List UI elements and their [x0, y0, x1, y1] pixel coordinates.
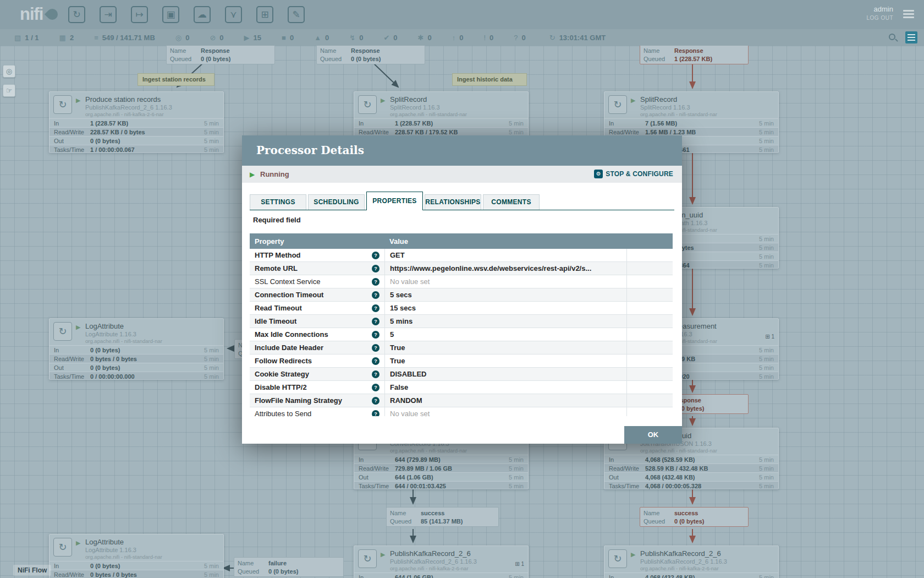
stat-value: 528.59 KB / 432.48 KB	[645, 465, 752, 472]
table-row: Read Timeout?15 secs	[250, 302, 673, 315]
flow-label[interactable]: Ingest historic data	[452, 73, 527, 86]
help-icon[interactable]: ?	[372, 278, 380, 286]
help-icon[interactable]: ?	[372, 252, 380, 259]
connection-name-key: Name	[390, 510, 421, 516]
processor[interactable]: ↻▶PublishKafkaRecord_2_6PublishKafkaReco…	[604, 546, 779, 578]
stat-label: Tasks/Time	[354, 483, 395, 489]
label-icon[interactable]: ✎	[288, 6, 305, 23]
status-item: ?0	[514, 34, 525, 42]
help-icon[interactable]: ?	[372, 318, 380, 325]
ok-button[interactable]: OK	[624, 426, 682, 444]
property-name: SSL Context Service?	[250, 275, 384, 288]
stat-window: 5 min	[752, 120, 778, 127]
property-name: Include Date Header?	[250, 341, 384, 355]
processor[interactable]: ↻▶Produce station recordsPublishKafkaRec…	[49, 91, 224, 153]
processor-name: LogAttribute	[85, 538, 124, 546]
tab-comments[interactable]: COMMENTS	[483, 194, 540, 210]
stat-value: 0 bytes / 0 bytes	[90, 356, 197, 362]
tab-scheduling[interactable]: SCHEDULING	[308, 194, 365, 210]
stat-window: 5 min	[197, 563, 223, 569]
flow-label[interactable]: Ingest station records	[138, 73, 215, 86]
processor-header: ↻▶PublishKafkaRecord_2_6PublishKafkaReco…	[604, 546, 778, 572]
stop-and-configure-button[interactable]: ⚙ STOP & CONFIGURE	[594, 170, 673, 178]
tab-properties[interactable]: PROPERTIES	[366, 192, 423, 210]
run-status-label: Running	[260, 170, 289, 178]
table-row: Include Date Header?True	[250, 341, 673, 355]
property-name: Remote URL?	[250, 262, 384, 275]
help-icon[interactable]: ?	[372, 384, 380, 391]
logout-link[interactable]: LOG OUT	[866, 15, 893, 21]
hand-icon[interactable]: ☞	[3, 84, 15, 97]
in-stat: In7 (1.56 MB)5 min	[604, 118, 778, 127]
help-icon[interactable]: ?	[372, 304, 380, 312]
stat-window: 5 min	[752, 574, 778, 578]
table-row: SSL Context Service?No value set	[250, 275, 673, 288]
process-group-icon[interactable]: ▣	[162, 6, 179, 23]
connection-name-key: Name	[644, 510, 674, 516]
stat-value: 644 / 00:01:03.425	[395, 483, 502, 489]
stat-value: 0 (0 bytes)	[90, 364, 197, 371]
help-icon[interactable]: ?	[372, 331, 380, 339]
stat-window: 5 min	[197, 571, 223, 578]
processor-details-dialog: Processor Details ▶ Running ⚙ STOP & CON…	[242, 135, 682, 444]
connection-label[interactable]: NamesuccessQueued85 (141.37 MB)	[386, 507, 499, 527]
processor-stats: In0 (0 bytes)5 minRead/Write0 bytes / 0 …	[50, 345, 223, 380]
connection-line[interactable]	[372, 62, 398, 87]
processor[interactable]: ↻▶LogAttributeLogAttribute 1.16.3org.apa…	[49, 318, 224, 380]
connection-label[interactable]: NameResponseQueued1 (228.57 KB)	[640, 45, 749, 64]
help-icon[interactable]: ?	[372, 291, 380, 299]
help-icon[interactable]: ?	[372, 410, 380, 416]
global-menu-icon[interactable]	[903, 10, 914, 20]
transmitting-count: 0	[185, 34, 189, 42]
property-name: Attributes to Send?	[250, 407, 384, 416]
property-extra-cell	[626, 288, 673, 302]
breadcrumb[interactable]: NiFi Flow	[13, 565, 51, 576]
user-box: admin LOG OUT	[866, 5, 893, 21]
tab-settings[interactable]: SETTINGS	[250, 194, 306, 210]
run-status-icon: ▶	[631, 97, 635, 104]
connection-name-key: Name	[238, 560, 268, 566]
remote-process-group-icon[interactable]: ☁	[194, 6, 211, 23]
template-icon[interactable]: ⊞	[256, 6, 273, 23]
stopped-count: 0	[290, 34, 294, 42]
processor[interactable]: ↻▶LogAttributeLogAttribute 1.16.3org.apa…	[49, 534, 224, 578]
connection-name-value: Response	[351, 47, 421, 54]
help-icon[interactable]: ?	[372, 265, 380, 272]
help-icon[interactable]: ?	[372, 370, 380, 378]
connection-label[interactable]: NamesuccessQueued0 (0 bytes)	[640, 507, 749, 527]
connection-queued-row: Queued0 (0 bytes)	[167, 54, 274, 63]
processor-icon: ↻	[608, 549, 627, 568]
tab-relationships[interactable]: RELATIONSHIPS	[425, 194, 481, 210]
connection-label[interactable]: NameResponseQueued0 (0 bytes)	[316, 45, 425, 64]
connection-label[interactable]: NamefailureQueued0 (0 bytes)	[234, 557, 344, 577]
processor[interactable]: ↻▶PublishKafkaRecord_2_6PublishKafkaReco…	[354, 546, 529, 578]
property-name: Connection Timeout?	[250, 288, 384, 302]
connection-name-key: Name	[170, 47, 201, 54]
hamburger-menu-button[interactable]	[905, 31, 917, 43]
run-status-icon: ▶	[631, 551, 635, 558]
input-port-icon[interactable]: ⇥	[100, 6, 117, 23]
help-icon[interactable]: ?	[372, 357, 380, 365]
processor-icon[interactable]: ↻	[68, 6, 85, 23]
status-item: ✔0	[383, 34, 397, 42]
help-icon[interactable]: ?	[372, 397, 380, 405]
in-stat: In4,068 (528.59 KB)5 min	[604, 455, 778, 464]
search-icon[interactable]	[889, 34, 895, 40]
stat-label: In	[604, 456, 645, 463]
stat-label: In	[354, 456, 395, 463]
output-port-icon[interactable]: ↦	[131, 6, 148, 23]
processor-header: ↻▶LogAttributeLogAttribute 1.16.3org.apa…	[50, 535, 223, 561]
funnel-icon[interactable]: ⋎	[225, 6, 242, 23]
table-row: Idle Timeout?5 mins	[250, 315, 673, 328]
property-value: 5 mins	[384, 315, 626, 328]
stopped-icon: ■	[282, 34, 286, 42]
refresh-status[interactable]: ↻ 13:01:41 GMT	[549, 34, 606, 42]
processor-bundle: org.apache.nifi - nifi-kafka-2-6-nar	[85, 111, 164, 117]
processor-bundle: org.apache.nifi - nifi-kafka-2-6-nar	[640, 565, 719, 571]
property-extra-cell	[626, 407, 673, 416]
refresh-icon[interactable]: ↻	[549, 34, 556, 42]
stat-label: Read/Write	[604, 129, 645, 135]
connection-label[interactable]: NameResponseQueued0 (0 bytes)	[166, 45, 275, 64]
help-icon[interactable]: ?	[372, 344, 380, 352]
birdseye-icon[interactable]: ◎	[3, 65, 15, 78]
